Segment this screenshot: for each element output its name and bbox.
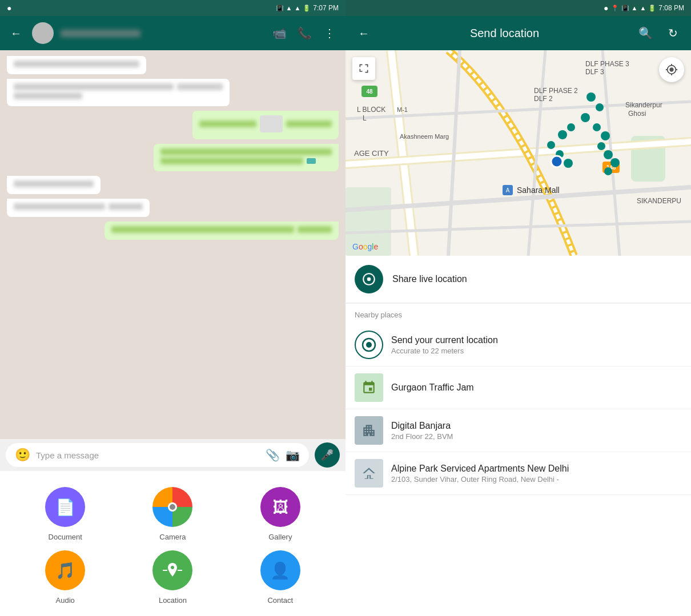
signal-icon-right: ▲	[640, 5, 646, 11]
current-location-item[interactable]: Send your current location Accurate to 2…	[346, 324, 691, 367]
share-live-location-button[interactable]: Share live location	[346, 256, 691, 303]
svg-text:SIKANDERPU: SIKANDERPU	[637, 197, 681, 205]
place-item-digital-banjara[interactable]: Digital Banjara 2nd Floor 22, BVM	[346, 409, 691, 452]
svg-text:48: 48	[366, 88, 373, 95]
svg-point-37	[558, 130, 567, 139]
svg-text:Akashneem Marg: Akashneem Marg	[400, 133, 449, 140]
share-live-label: Share live location	[392, 274, 467, 284]
svg-point-27	[581, 113, 590, 122]
audio-label: Audio	[56, 596, 75, 605]
message-bubble	[154, 144, 339, 171]
traffic-name: Gurgaon Traffic Jam	[391, 383, 682, 393]
svg-text:Sahara Mall: Sahara Mall	[517, 186, 560, 195]
chat-back-button[interactable]: ←	[7, 24, 25, 42]
svg-text:DLF  3: DLF 3	[585, 68, 604, 76]
camera-input-button[interactable]: 📷	[286, 448, 300, 462]
chat-input-bar: 🙂 Type a message 📎 📷 🎤	[0, 439, 346, 471]
location-refresh-button[interactable]: ↻	[664, 24, 682, 42]
current-location-icon	[355, 331, 383, 359]
chat-panel: 🙂 Type a message 📎 📷 🎤 📄 Document	[0, 50, 346, 616]
camera-label: Camera	[159, 533, 186, 541]
attach-camera-button[interactable]: Camera	[152, 487, 192, 541]
location-list: Share live location Nearby places Send y…	[346, 256, 691, 616]
signal-icon: ▲	[294, 5, 300, 11]
my-location-button[interactable]	[659, 57, 684, 82]
svg-point-44	[366, 342, 372, 348]
attach-row-2: 🎵 Audio Location 👤 Contact	[11, 550, 334, 605]
battery-icon-right: 🔋	[648, 5, 656, 12]
digital-banjara-sub: 2nd Floor 22, BVM	[391, 432, 682, 441]
location-back-button[interactable]: ←	[355, 24, 373, 42]
status-bar-right: ● 📍 📳 ▲ ▲ 🔋 7:08 PM	[346, 0, 691, 16]
svg-point-25	[586, 92, 596, 102]
place-item-traffic[interactable]: Gurgaon Traffic Jam	[346, 367, 691, 409]
svg-text:Sikanderpur: Sikanderpur	[625, 101, 662, 109]
chat-input-container: 🙂 Type a message 📎 📷	[6, 443, 309, 467]
svg-text:DLF PHASE 2: DLF PHASE 2	[534, 87, 578, 95]
attach-menu: 📄 Document Camera 🖼 Gallery 🎵	[0, 471, 346, 616]
map-container: 48 148 DLF PHASE 3 DLF 3 DLF PHASE 2 DLF…	[346, 50, 691, 256]
location-panel: 48 148 DLF PHASE 3 DLF 3 DLF PHASE 2 DLF…	[346, 50, 691, 616]
message-input[interactable]: Type a message	[36, 450, 260, 460]
svg-text:L: L	[363, 114, 367, 122]
google-logo: Google	[352, 242, 378, 251]
attach-gallery-button[interactable]: 🖼 Gallery	[260, 487, 300, 541]
voice-call-button[interactable]: 📞	[295, 24, 314, 42]
building-icon	[355, 416, 383, 445]
svg-text:Ghosi: Ghosi	[628, 110, 646, 118]
current-location-accuracy: Accurate to 22 meters	[391, 347, 682, 355]
vibrate-icon-right: 📳	[621, 5, 629, 12]
mic-button[interactable]: 🎤	[315, 442, 340, 468]
attach-document-button[interactable]: 📄 Document	[45, 487, 85, 541]
apartment-icon	[355, 459, 383, 488]
alpine-park-info: Alpine Park Serviced Apartments New Delh…	[391, 464, 682, 484]
location-status-icon: 📍	[611, 5, 619, 12]
video-call-button[interactable]: 📹	[270, 24, 288, 42]
svg-text:M-1: M-1	[397, 106, 408, 113]
chat-app-bar: ← 📹 📞 ⋮	[0, 16, 346, 50]
audio-icon: 🎵	[45, 550, 85, 590]
attach-button[interactable]: 📎	[266, 448, 280, 462]
contact-icon: 👤	[260, 550, 300, 590]
battery-icon: 🔋	[303, 5, 311, 12]
svg-point-2	[170, 504, 175, 510]
attach-location-button[interactable]: Location	[152, 550, 192, 605]
map-background: 48 148 DLF PHASE 3 DLF 3 DLF PHASE 2 DLF…	[346, 50, 691, 256]
time-right: 7:08 PM	[658, 4, 684, 12]
location-app-bar: ← Send location 🔍 ↻	[346, 16, 691, 50]
gallery-icon: 🖼	[260, 487, 300, 527]
attach-contact-button[interactable]: 👤 Contact	[260, 550, 300, 605]
emoji-button[interactable]: 🙂	[15, 448, 30, 462]
location-title: Send location	[382, 27, 627, 40]
alpine-park-name: Alpine Park Serviced Apartments New Delh…	[391, 464, 682, 474]
gallery-label: Gallery	[268, 533, 292, 541]
time-left: 7:07 PM	[313, 4, 339, 12]
svg-text:L BLOCK: L BLOCK	[357, 106, 385, 114]
svg-text:AGE CITY: AGE CITY	[354, 149, 389, 158]
svg-text:DLF  2: DLF 2	[534, 95, 553, 103]
svg-point-31	[604, 150, 613, 159]
contact-avatar	[32, 22, 54, 44]
fullscreen-map-button[interactable]	[352, 57, 375, 80]
svg-point-29	[601, 131, 610, 140]
message-bubble	[105, 222, 339, 240]
svg-point-26	[596, 103, 604, 111]
svg-point-28	[593, 123, 601, 131]
contact-name	[61, 30, 263, 37]
camera-icon	[152, 487, 192, 527]
message-bubble	[7, 176, 101, 194]
svg-point-38	[567, 123, 575, 131]
svg-text:DLF PHASE 3: DLF PHASE 3	[585, 60, 629, 68]
svg-point-32	[610, 158, 620, 167]
more-options-button[interactable]: ⋮	[320, 24, 339, 42]
current-location-name: Send your current location	[391, 335, 682, 345]
spotify-icon-right: ●	[604, 3, 608, 13]
place-item-alpine-park[interactable]: Alpine Park Serviced Apartments New Delh…	[346, 452, 691, 495]
location-label: Location	[159, 596, 187, 605]
document-icon: 📄	[45, 487, 85, 527]
message-bubble	[7, 79, 230, 106]
attach-audio-button[interactable]: 🎵 Audio	[45, 550, 85, 605]
alpine-park-sub: 2/103, Sunder Vihar, Outer Ring Road, Ne…	[391, 475, 682, 484]
digital-banjara-name: Digital Banjara	[391, 421, 682, 431]
location-search-button[interactable]: 🔍	[636, 24, 654, 42]
